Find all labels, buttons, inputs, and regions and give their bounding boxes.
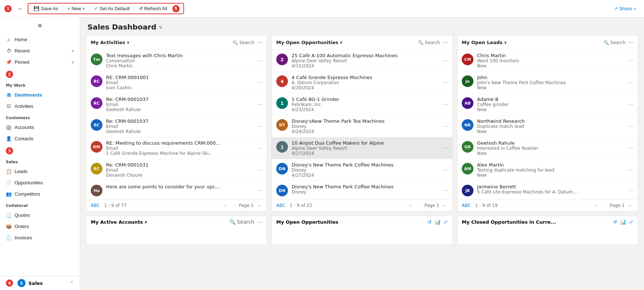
active-accounts-more[interactable]: ⋯	[257, 219, 262, 225]
opp-refresh-icon[interactable]: ↺	[427, 219, 432, 225]
opp-more-4[interactable]: ⋯	[442, 123, 448, 130]
lead-more-7[interactable]: ⋯	[628, 187, 633, 194]
closed-export-icon[interactable]: 📊	[620, 219, 626, 225]
activity-item-6[interactable]: RC Re: CRM:0001031 Email Devansh Choure …	[86, 159, 267, 181]
leads-more-button[interactable]: ⋯	[628, 39, 633, 46]
opp-first-page[interactable]: ⇤	[408, 202, 414, 209]
opp-more-3[interactable]: ⋯	[442, 101, 448, 108]
sidebar: ≡ ⌂ Home ⏱ Recent ∨ 📌 Pinned ∨ 2 My Work…	[0, 17, 80, 290]
leads-prev-page[interactable]: ←	[601, 202, 609, 209]
sidebar-item-contacts[interactable]: 👤 Contacts	[0, 133, 80, 144]
opp-export-icon[interactable]: 📊	[434, 219, 441, 225]
lead-more-1[interactable]: ⋯	[628, 57, 633, 64]
divider-3	[134, 5, 134, 12]
lead-item-7[interactable]: JB Jarmeine Berrett 5 Café Lite Espresso…	[457, 181, 638, 200]
sidebar-item-recent[interactable]: ⏱ Recent ∨	[0, 45, 80, 56]
activity-more-1[interactable]: ⋯	[257, 57, 262, 64]
activities-more-button[interactable]: ⋯	[257, 39, 262, 46]
activity-item-2[interactable]: RC RE: CRM:0001001 Email Ivan Cashin ⋯	[86, 72, 267, 94]
hamburger-button[interactable]: ≡	[0, 17, 80, 34]
share-button[interactable]: ↗ Share ∨	[610, 4, 640, 13]
opp-more-6[interactable]: ⋯	[442, 166, 448, 173]
sidebar-orders-label: Orders	[15, 224, 29, 229]
opp-more-1[interactable]: ⋯	[442, 57, 448, 64]
sidebar-item-accounts[interactable]: 🏢 Accounts	[0, 122, 80, 133]
opp-expand-icon[interactable]: ⤢	[444, 219, 448, 225]
sidebar-item-pinned[interactable]: 📌 Pinned ∨	[0, 56, 80, 68]
lead-item-1[interactable]: CM Chris Martin Want 100 monitors New ⋯	[457, 50, 638, 72]
opp-item-7[interactable]: DN Disney's New Theme Park Coffee Machin…	[272, 181, 452, 200]
lead-more-3[interactable]: ⋯	[628, 101, 633, 108]
leads-page: Page 1	[610, 203, 625, 208]
opp-item-6[interactable]: DN Disney's New Theme Park Coffee Machin…	[272, 159, 452, 181]
lead-more-4[interactable]: ⋯	[628, 123, 633, 130]
activity-more-4[interactable]: ⋯	[257, 123, 262, 130]
activity-more-7[interactable]: ⋯	[257, 187, 262, 194]
activities-prev-page[interactable]: ←	[230, 202, 238, 209]
lead-item-3[interactable]: AB Adame B Coffee grinder New ⋯	[457, 94, 638, 115]
activities-next-page[interactable]: →	[255, 202, 262, 209]
leads-search[interactable]: 🔍 Search	[604, 40, 625, 45]
sidebar-item-activities[interactable]: ☑ Activities	[0, 101, 80, 112]
activity-item-7[interactable]: Ha Here are some points to consider for …	[86, 181, 267, 200]
opp-item-5[interactable]: 1 10 Airpot Duo Coffee Makers for Alpine…	[272, 137, 452, 159]
refresh-button[interactable]: ↺ Refresh All	[136, 4, 170, 13]
opportunities-abc[interactable]: ABC	[276, 203, 285, 208]
sidebar-item-quotes[interactable]: 📃 Quotes	[0, 209, 80, 221]
sidebar-item-opportunities[interactable]: 📄 Opportunities	[0, 177, 80, 188]
closed-refresh-icon[interactable]: ↺	[613, 219, 617, 225]
sidebar-item-competitors[interactable]: 👥 Competitors	[0, 188, 80, 200]
leads-first-page[interactable]: ⇤	[593, 202, 600, 209]
activity-item-5[interactable]: RM RE: Meeting to discuss requirements C…	[86, 137, 267, 159]
opp-avatar-dt: DT	[276, 119, 288, 131]
opp-avatar-dn2: DN	[276, 185, 288, 196]
sidebar-item-dashboards[interactable]: ⊞ Dashboards	[0, 89, 80, 101]
lead-item-4[interactable]: NR Northwind Research Duplicate match le…	[457, 115, 638, 137]
opportunities-more-button[interactable]: ⋯	[442, 39, 448, 46]
back-button[interactable]: ←	[15, 4, 26, 13]
opp-item-3[interactable]: 1 1 Café BG-1 Grinder Fabrikam, Inc. 4/2…	[272, 94, 452, 115]
opp-more-2[interactable]: ⋯	[442, 79, 448, 86]
lead-item-5[interactable]: GR Geetesh Rahule Interested in Coffee R…	[457, 137, 638, 159]
opportunities-search[interactable]: 🔍 Search	[418, 40, 440, 45]
dashboard-chevron[interactable]: ∨	[159, 24, 162, 30]
opp-item-4[interactable]: DT Disney'sNew Theme Park Tea Machines D…	[272, 115, 452, 137]
activity-more-3[interactable]: ⋯	[257, 101, 262, 108]
opp-item-2[interactable]: 4 4 Café Grande Espresso Machines A. Dat…	[272, 72, 452, 94]
activity-more-5[interactable]: ⋯	[257, 145, 262, 152]
opp-prev-page[interactable]: ←	[416, 202, 423, 209]
lead-more-6[interactable]: ⋯	[628, 166, 633, 173]
activities-search[interactable]: 🔍 Search	[233, 40, 254, 45]
activities-list: Tm Text messages with Chris Martin Conve…	[86, 50, 267, 200]
activity-more-6[interactable]: ⋯	[257, 166, 262, 173]
leads-next-page[interactable]: →	[626, 202, 633, 209]
closed-expand-icon[interactable]: ⤢	[629, 219, 633, 225]
activities-abc[interactable]: ABC	[91, 203, 100, 208]
save-as-button[interactable]: 💾 Save As	[31, 4, 61, 13]
activity-item-1[interactable]: Tm Text messages with Chris Martin Conve…	[86, 50, 267, 72]
lead-more-5[interactable]: ⋯	[628, 145, 633, 152]
opp-next-page[interactable]: →	[441, 202, 448, 209]
lead-item-6[interactable]: AM Alex Martin Testing duplicate matchin…	[457, 159, 638, 181]
app-bar-chevron[interactable]: ⌃	[70, 280, 74, 286]
activity-more-2[interactable]: ⋯	[257, 79, 262, 86]
lead-avatar-jo: Jo	[462, 75, 473, 87]
active-accounts-chevron: ∨	[144, 220, 147, 224]
set-default-button[interactable]: ✓ Set As Default	[91, 4, 132, 13]
opp-more-5[interactable]: ⋯	[442, 145, 448, 152]
sidebar-item-invoices[interactable]: 🧾 Invoices	[0, 232, 80, 243]
opp-more-7[interactable]: ⋯	[442, 187, 448, 194]
active-accounts-search[interactable]: 🔍 Search	[229, 219, 254, 225]
sidebar-item-leads[interactable]: 📋 Leads	[0, 166, 80, 177]
sidebar-item-orders[interactable]: 📦 Orders	[0, 221, 80, 232]
dashboards-icon: ⊞	[6, 92, 12, 98]
lead-more-2[interactable]: ⋯	[628, 79, 633, 86]
sidebar-item-home[interactable]: ⌂ Home	[0, 34, 80, 45]
activities-first-page[interactable]: ⇤	[222, 202, 229, 209]
activity-item-3[interactable]: RC Re: CRM:0001037 Email Geetesh Rahule …	[86, 94, 267, 115]
opp-item-1[interactable]: 2 25 Café A-100 Automatic Espresso Machi…	[272, 50, 452, 72]
new-button[interactable]: + New ∨	[65, 4, 88, 13]
lead-item-2[interactable]: Jo John John's New Theme Park Coffee Mac…	[457, 72, 638, 94]
leads-abc[interactable]: ABC	[462, 203, 471, 208]
activity-item-4[interactable]: RC Re: CRM:0001037 Email Geetesh Rahule …	[86, 115, 267, 137]
